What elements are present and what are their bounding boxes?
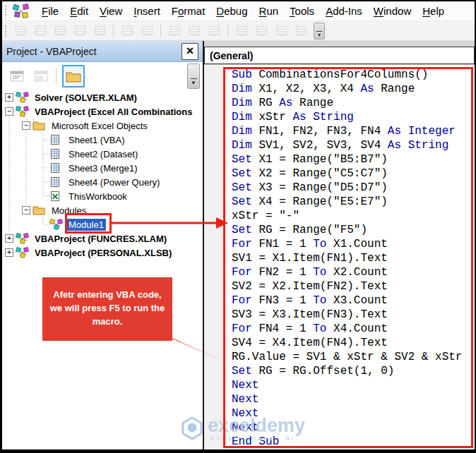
code-line[interactable]: For FN1 = 1 To X1.Count: [232, 237, 475, 251]
indent-icon[interactable]: [119, 24, 135, 38]
tree-item-vbaproject-funcres-xlam[interactable]: +VBAProject (FUNCRES.XLAM): [2, 231, 203, 246]
tree-item-label: VBAProject (Excel All Combinations: [32, 106, 194, 118]
code-line[interactable]: Dim xStr As String: [232, 110, 475, 124]
collapse-minus-icon[interactable]: −: [5, 107, 13, 116]
code-line[interactable]: Dim FN1, FN2, FN3, FN4 As Integer: [232, 124, 475, 138]
menu-insert[interactable]: Insert: [128, 3, 166, 19]
project-panel-titlebar[interactable]: Project - VBAProject ×: [2, 41, 203, 62]
tree-item-label: Sheet3 (Merge1): [66, 162, 140, 174]
code-line[interactable]: Set X3 = Range("D5:D7"): [232, 181, 475, 195]
code-line[interactable]: Set X2 = Range("C5:C7"): [232, 167, 475, 181]
bookmark-next-icon[interactable]: [254, 24, 269, 38]
outdent-icon[interactable]: [139, 24, 155, 38]
code-text[interactable]: Sub CombinationsFor4Columns()Dim X1, X2,…: [232, 68, 475, 449]
tree-item-sheet3-merge1[interactable]: Sheet3 (Merge1): [2, 161, 203, 175]
tree-item-modules[interactable]: −Modules: [2, 203, 203, 217]
collapse-minus-icon[interactable]: −: [22, 121, 30, 130]
object-dropdown-value: (General): [210, 50, 253, 61]
select-pointer-icon[interactable]: [52, 24, 68, 38]
tree-item-thisworkbook[interactable]: ThisWorkbook: [2, 189, 203, 203]
code-line[interactable]: For FN4 = 1 To X4.Count: [232, 322, 475, 336]
code-line[interactable]: RG.Value = SV1 & xStr & SV2 & xStr: [232, 350, 475, 364]
code-line[interactable]: Set X1 = Range("B5:B7"): [232, 152, 475, 167]
toolbar-separator: [227, 25, 228, 37]
toggle-folders-icon[interactable]: [62, 65, 85, 87]
menu-addins[interactable]: Add-Ins: [320, 3, 368, 19]
code-line[interactable]: Next: [232, 406, 475, 421]
view-code-icon[interactable]: [8, 68, 26, 85]
standard-toolbar: ▼: [2, 21, 475, 41]
toolbar-options-button[interactable]: ▼: [314, 23, 325, 40]
tree-item-sheet2-dataset[interactable]: Sheet2 (Dataset): [2, 147, 203, 161]
project-tree: +Solver (SOLVER.XLAM)−VBAProject (Excel …: [2, 90, 203, 449]
tree-item-vbaproject-excel-all-combinations[interactable]: −VBAProject (Excel All Combinations: [2, 104, 203, 119]
menu-edit[interactable]: Edit: [64, 3, 94, 19]
code-line[interactable]: Dim RG As Range: [232, 96, 475, 110]
code-line[interactable]: Next: [232, 421, 475, 435]
menu-tools[interactable]: Tools: [284, 3, 320, 19]
menu-run[interactable]: Run: [254, 3, 285, 19]
menu-view[interactable]: View: [94, 3, 128, 19]
collapse-minus-icon[interactable]: −: [22, 206, 30, 215]
menu-debug[interactable]: Debug: [210, 3, 253, 19]
code-line[interactable]: Next: [232, 378, 475, 392]
expand-plus-icon[interactable]: +: [5, 234, 13, 243]
complete-word-icon[interactable]: [92, 24, 107, 38]
expand-plus-icon[interactable]: +: [5, 248, 13, 257]
panel-scroll-button[interactable]: ▼: [187, 64, 200, 89]
code-line[interactable]: SV3 = X3.Item(FN3).Text: [232, 308, 475, 322]
menu-file[interactable]: File: [36, 3, 64, 19]
tree-item-vbaproject-personal-xlsb[interactable]: +VBAProject (PERSONAL.XLSB): [2, 246, 203, 260]
code-editor[interactable]: Sub CombinationsFor4Columns()Dim X1, X2,…: [204, 65, 475, 449]
menu-bar: FileEditViewInsertFormatDebugRunToolsAdd…: [2, 1, 475, 21]
tree-item-label: Modules: [49, 205, 88, 217]
bookmark-prev-icon[interactable]: [273, 24, 289, 38]
menubar-drag-handle[interactable]: [4, 5, 8, 18]
toolbar-drag-handle[interactable]: [4, 25, 8, 37]
vba-editor-window: FileEditViewInsertFormatDebugRunToolsAdd…: [0, 0, 476, 453]
code-line[interactable]: Sub CombinationsFor4Columns(): [232, 68, 475, 82]
breakpoint-hand-icon[interactable]: [167, 24, 182, 38]
tree-item-module1[interactable]: Module1: [2, 217, 203, 231]
object-dropdown[interactable]: (General): [204, 47, 475, 64]
code-line[interactable]: Dim SV1, SV2, SV3, SV4 As String: [232, 138, 475, 152]
menu-window[interactable]: Window: [368, 3, 417, 19]
close-icon[interactable]: ×: [182, 43, 198, 60]
project-icon: [16, 106, 30, 117]
tree-item-microsoft-excel-objects[interactable]: −Microsoft Excel Objects: [2, 119, 203, 133]
code-line[interactable]: SV4 = X4.Item(FN4).Text: [232, 336, 475, 350]
paste-icon[interactable]: [13, 24, 28, 38]
tree-item-solver-solver-xlam[interactable]: +Solver (SOLVER.XLAM): [2, 90, 203, 104]
tree-item-label: Solver (SOLVER.XLAM): [32, 92, 139, 104]
code-margin-bar: [204, 65, 222, 449]
code-line[interactable]: Set X4 = Range("E5:E7"): [232, 195, 475, 209]
tree-item-sheet1-vba[interactable]: Sheet1 (VBA): [2, 133, 203, 147]
project-icon: [16, 247, 30, 258]
tree-item-sheet4-power-query[interactable]: Sheet4 (Power Query): [2, 175, 203, 189]
code-line[interactable]: End Sub: [232, 435, 475, 449]
code-window: (General) Sub CombinationsFor4Columns()D…: [204, 41, 475, 449]
main-area: Project - VBAProject ×: [2, 41, 475, 449]
view-object-icon[interactable]: [32, 68, 50, 85]
code-line[interactable]: For FN3 = 1 To X3.Count: [232, 294, 475, 308]
code-line[interactable]: SV1 = X1.Item(FN1).Text: [232, 251, 475, 265]
copy-icon[interactable]: [32, 24, 48, 38]
bookmark-clear-icon[interactable]: [293, 24, 309, 38]
code-line[interactable]: Next: [232, 392, 475, 406]
comment-block-icon[interactable]: [186, 24, 202, 38]
uncomment-block-icon[interactable]: [206, 24, 222, 38]
code-line[interactable]: Set RG = RG.Offset(1, 0): [232, 364, 475, 378]
menu-format[interactable]: Format: [166, 3, 211, 19]
windows-icon[interactable]: [72, 24, 88, 38]
code-line[interactable]: Set RG = Range("F5"): [232, 223, 475, 237]
tree-item-label: Sheet4 (Power Query): [66, 176, 162, 188]
code-line[interactable]: For FN2 = 1 To X2.Count: [232, 265, 475, 279]
sheet-icon: [49, 162, 64, 174]
code-line[interactable]: SV2 = X2.Item(FN2).Text: [232, 279, 475, 294]
menu-help[interactable]: Help: [417, 3, 450, 19]
tree-item-label: Module1: [66, 219, 106, 231]
expand-plus-icon[interactable]: +: [5, 93, 13, 102]
code-line[interactable]: Dim X1, X2, X3, X4 As Range: [232, 82, 475, 96]
code-line[interactable]: xStr = "-": [232, 209, 475, 223]
bookmark-icon[interactable]: [234, 24, 249, 38]
